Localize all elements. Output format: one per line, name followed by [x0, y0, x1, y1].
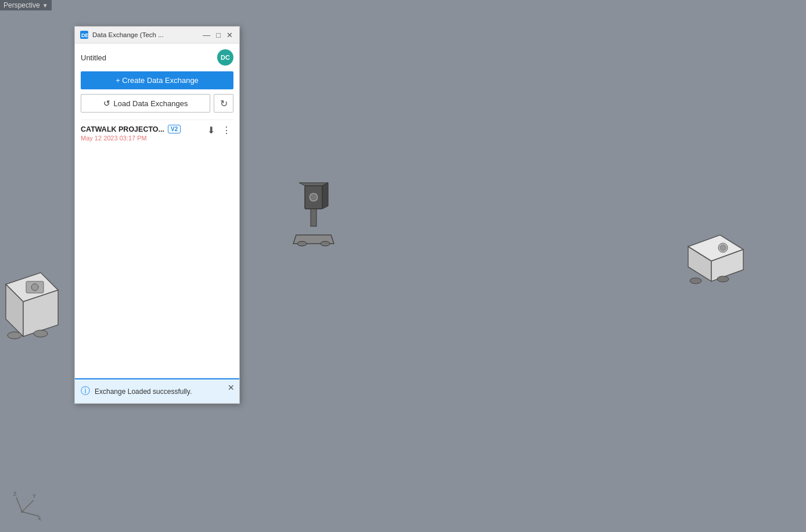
svg-text:DE: DE: [81, 32, 89, 38]
svg-point-21: [297, 241, 307, 246]
notification-bar: ⓘ Exchange Loaded successfully. ✕: [75, 378, 239, 403]
3d-object-left: [0, 249, 75, 356]
titlebar-controls: — □ ✕: [201, 31, 235, 39]
svg-point-22: [321, 241, 330, 246]
exchange-item: CATWALK PROJECTO... V2 May 12 2023 03:17…: [81, 120, 233, 146]
viewport-name: Perspective: [3, 1, 40, 9]
dialog-header-row: Untitled DC: [81, 49, 233, 66]
dialog-title: Data Exchange (Tech ...: [92, 31, 197, 38]
load-row: ↺ Load Data Exchanges ↻: [81, 94, 233, 113]
user-avatar[interactable]: DC: [217, 49, 233, 66]
svg-point-18: [311, 194, 316, 200]
exchange-info: CATWALK PROJECTO... V2 May 12 2023 03:17…: [81, 125, 202, 142]
svg-marker-16: [322, 183, 328, 209]
exchange-actions: ⬇ ⋮: [205, 125, 233, 136]
3d-object-right: [679, 223, 755, 301]
more-options-button[interactable]: ⋮: [220, 125, 233, 136]
viewport-label: Perspective ▼: [0, 0, 52, 10]
restore-button[interactable]: □: [214, 31, 222, 39]
exchange-name-row: CATWALK PROJECTO... V2: [81, 125, 202, 133]
refresh-button[interactable]: ↻: [214, 94, 233, 113]
load-label: Load Data Exchanges: [114, 99, 188, 108]
svg-point-11: [34, 330, 48, 337]
dialog-content-area: [81, 146, 233, 378]
app-icon: DE: [80, 30, 89, 39]
svg-text:Y: Y: [33, 493, 36, 499]
svg-point-27: [717, 276, 729, 282]
svg-line-2: [22, 500, 34, 512]
svg-rect-19: [311, 209, 316, 226]
version-badge: V2: [168, 125, 181, 133]
document-title: Untitled: [81, 53, 106, 62]
close-button[interactable]: ✕: [225, 31, 235, 39]
svg-point-10: [8, 332, 21, 339]
svg-point-29: [720, 245, 726, 251]
minimize-button[interactable]: —: [201, 31, 212, 39]
more-icon: ⋮: [222, 125, 231, 135]
axis-indicator: Z X Y: [10, 488, 42, 520]
create-data-exchange-button[interactable]: + Create Data Exchange: [81, 71, 233, 89]
svg-point-13: [31, 284, 38, 291]
viewport-dropdown-arrow[interactable]: ▼: [42, 2, 48, 9]
data-exchange-dialog: DE Data Exchange (Tech ... — □ ✕ Untitle…: [74, 26, 240, 404]
load-icon: ↺: [103, 99, 110, 108]
notification-text: Exchange Loaded successfully.: [95, 388, 233, 396]
svg-line-3: [22, 512, 39, 516]
exchange-name: CATWALK PROJECTO...: [81, 125, 164, 133]
exchange-date: May 12 2023 03:17 PM: [81, 135, 202, 142]
load-data-exchanges-button[interactable]: ↺ Load Data Exchanges: [81, 94, 210, 113]
svg-point-26: [690, 278, 701, 284]
refresh-icon: ↻: [220, 98, 228, 109]
dialog-body: Untitled DC + Create Data Exchange ↺ Loa…: [75, 44, 239, 378]
svg-point-6: [21, 511, 23, 513]
download-button[interactable]: ⬇: [205, 125, 217, 136]
3d-object-center: [285, 180, 343, 263]
svg-line-0: [16, 497, 22, 512]
download-icon: ⬇: [207, 125, 215, 135]
svg-text:Z: Z: [13, 491, 17, 497]
svg-text:X: X: [38, 516, 41, 520]
dialog-titlebar: DE Data Exchange (Tech ... — □ ✕: [75, 27, 239, 44]
notification-close-button[interactable]: ✕: [226, 383, 236, 392]
info-icon: ⓘ: [81, 385, 90, 397]
